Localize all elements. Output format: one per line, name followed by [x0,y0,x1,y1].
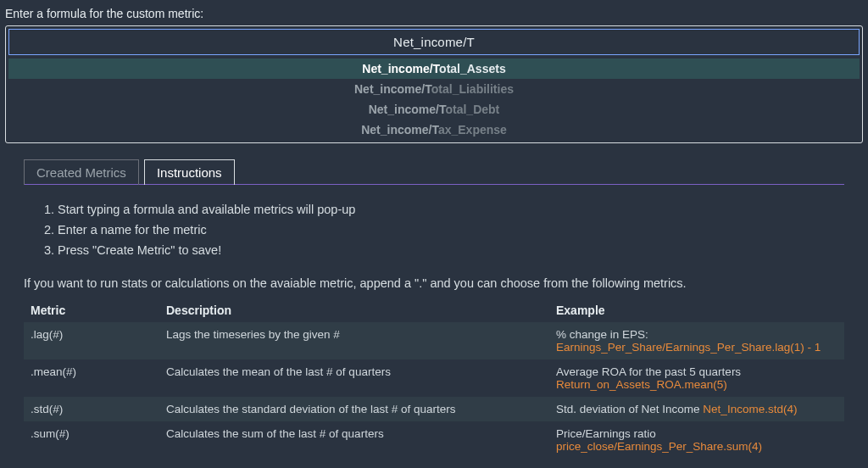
formula-combobox: Net_income/Total_AssetsNet_income/Total_… [5,25,863,143]
example-code: Return_on_Assets_ROA.mean(5) [556,378,727,391]
cell-metric: .std(#) [24,397,159,421]
cell-example: Average ROA for the past 5 quartersRetur… [549,359,844,397]
instruction-steps: Start typing a formula and available met… [29,200,839,261]
cell-metric: .lag(#) [24,322,159,359]
table-row: .mean(#)Calculates the mean of the last … [24,359,844,397]
cell-description: Calculates the standard deviation of the… [159,397,549,421]
functions-table: Metric Description Example .lag(#)Lags t… [24,298,844,459]
cell-example: Price/Earnings ratioprice_close/Earnings… [549,421,844,459]
functions-note: If you want to run stats or calculations… [24,273,844,298]
formula-input[interactable] [8,29,860,55]
table-row: .lag(#)Lags the timeseries by the given … [24,322,844,359]
col-header-metric: Metric [24,298,159,322]
instruction-step: Press "Create Metric" to save! [58,241,839,261]
cell-description: Calculates the sum of the last # of quar… [159,421,549,459]
tab-created-metrics[interactable]: Created Metrics [24,159,139,185]
instructions-panel: Start typing a formula and available met… [24,185,844,273]
cell-example: % change in EPS:Earnings_Per_Share/Earni… [549,322,844,359]
table-header-row: Metric Description Example [24,298,844,322]
example-code: Net_Income.std(4) [703,403,797,415]
col-header-description: Description [159,298,549,322]
cell-description: Lags the timeseries by the given # [159,322,549,359]
tab-instructions[interactable]: Instructions [144,159,235,185]
cell-metric: .sum(#) [24,421,159,459]
autocomplete-option[interactable]: Net_income/Total_Debt [8,99,860,120]
cell-example: Std. deviation of Net Income Net_Income.… [549,397,844,421]
table-row: .std(#)Calculates the standard deviation… [24,397,844,421]
autocomplete-option[interactable]: Net_income/Total_Assets [8,58,860,79]
cell-description: Calculates the mean of the last # of qua… [159,359,549,397]
instruction-step: Enter a name for the metric [58,220,839,241]
autocomplete-option[interactable]: Net_income/Total_Liabilities [8,79,860,99]
example-code: Earnings_Per_Share/Earnings_Per_Share.la… [556,341,821,354]
formula-field-label: Enter a formula for the custom metric: [5,7,863,20]
col-header-example: Example [549,298,844,322]
cell-metric: .mean(#) [24,359,159,397]
autocomplete-list: Net_income/Total_AssetsNet_income/Total_… [8,58,860,140]
instruction-step: Start typing a formula and available met… [58,200,839,220]
example-code: price_close/Earnings_Per_Share.sum(4) [556,440,762,453]
tab-bar: Created MetricsInstructions [24,159,844,185]
table-row: .sum(#)Calculates the sum of the last # … [24,421,844,459]
autocomplete-option[interactable]: Net_income/Tax_Expense [8,120,860,140]
